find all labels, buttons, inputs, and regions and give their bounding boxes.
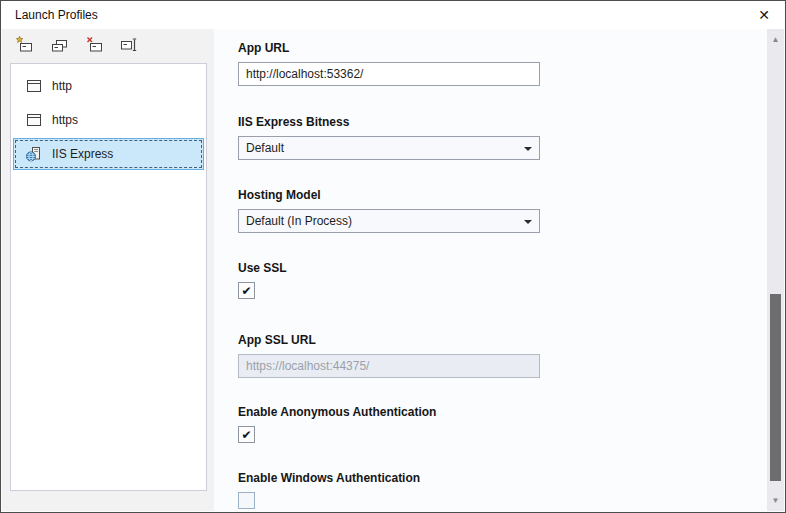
hosting-model-group: Hosting Model Default (In Process) [238,188,540,233]
profile-item-http[interactable]: http [13,70,204,102]
vertical-scrollbar: ▲ ▼ [767,29,784,511]
app-ssl-url-label: App SSL URL [238,333,540,347]
hosting-model-selected-value: Default (In Process) [246,214,352,228]
profiles-toolbar [15,37,139,56]
app-ssl-url-group: App SSL URL [238,333,540,378]
scroll-up-icon: ▲ [772,35,780,44]
launch-profiles-dialog: Launch Profiles ✕ [0,0,786,513]
duplicate-profile-button[interactable] [50,37,69,56]
close-button[interactable]: ✕ [749,4,779,26]
rename-profile-button[interactable] [120,37,139,56]
use-ssl-group: Use SSL ✔ [238,261,540,299]
windows-auth-label: Enable Windows Authentication [238,471,540,485]
chevron-down-icon [524,220,532,224]
scroll-down-icon: ▼ [772,496,780,505]
titlebar: Launch Profiles ✕ [2,1,784,29]
use-ssl-label: Use SSL [238,261,540,275]
checkmark-icon: ✔ [241,428,251,442]
rename-profile-icon [120,35,139,58]
profile-settings-panel: App URL IIS Express Bitness Default Host… [214,29,767,511]
app-url-group: App URL [238,41,540,86]
hosting-model-label: Hosting Model [238,188,540,202]
use-ssl-checkbox[interactable]: ✔ [238,282,255,299]
profile-label: IIS Express [52,147,113,161]
chevron-down-icon [524,147,532,151]
dialog-title: Launch Profiles [15,8,98,22]
app-url-label: App URL [238,41,540,55]
windows-auth-group: Enable Windows Authentication [238,471,540,509]
new-profile-button[interactable] [15,37,34,56]
scroll-up-button[interactable]: ▲ [767,31,784,48]
browser-window-icon [26,112,42,128]
browser-window-icon [26,78,42,94]
anonymous-auth-checkbox[interactable]: ✔ [238,426,255,443]
sidebar: http https [2,29,214,511]
windows-auth-checkbox[interactable] [238,492,255,509]
delete-profile-button[interactable] [85,37,104,56]
delete-profile-icon [85,35,104,58]
anonymous-auth-group: Enable Anonymous Authentication ✔ [238,405,540,443]
app-ssl-url-input [238,354,540,378]
profile-item-https[interactable]: https [13,104,204,136]
scrollbar-thumb[interactable] [770,294,781,481]
profile-label: http [52,79,72,93]
duplicate-profile-icon [50,35,69,58]
anonymous-auth-label: Enable Anonymous Authentication [238,405,540,419]
profile-item-iis-express[interactable]: IIS Express [13,138,204,170]
bitness-group: IIS Express Bitness Default [238,115,540,160]
new-profile-icon [15,35,34,58]
close-icon: ✕ [758,7,770,23]
bitness-dropdown[interactable]: Default [238,136,540,160]
bitness-label: IIS Express Bitness [238,115,540,129]
bitness-selected-value: Default [246,141,284,155]
app-url-input[interactable] [238,62,540,86]
checkmark-icon: ✔ [241,284,251,298]
hosting-model-dropdown[interactable]: Default (In Process) [238,209,540,233]
profiles-list: http https [10,63,207,491]
scroll-down-button[interactable]: ▼ [767,492,784,509]
iis-express-globe-icon [26,146,42,162]
profile-label: https [52,113,78,127]
